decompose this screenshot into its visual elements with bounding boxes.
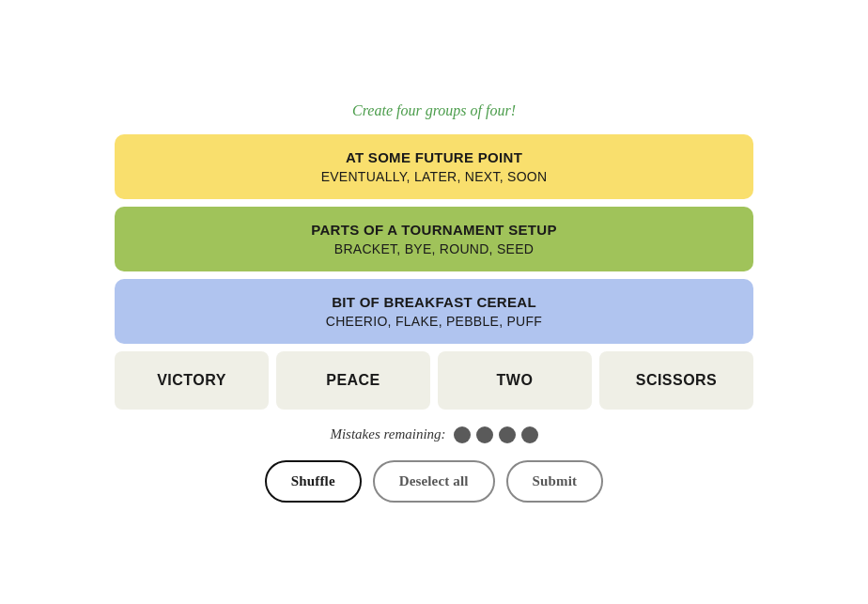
word-tile-two[interactable]: TWO	[438, 351, 592, 410]
word-grid: VICTORY PEACE TWO SCISSORS	[115, 351, 753, 410]
groups-container: AT SOME FUTURE POINT EVENTUALLY, LATER, …	[115, 134, 753, 344]
group-category-green: PARTS OF A TOURNAMENT SETUP	[133, 222, 735, 238]
mistakes-section: Mistakes remaining:	[330, 426, 537, 443]
mistake-dot-3	[499, 426, 516, 443]
submit-button[interactable]: Submit	[506, 460, 604, 503]
mistakes-label: Mistakes remaining:	[330, 426, 445, 442]
word-tile-victory[interactable]: VICTORY	[115, 351, 269, 410]
mistake-dot-2	[476, 426, 493, 443]
deselect-button[interactable]: Deselect all	[373, 460, 495, 503]
group-words-green: BRACKET, BYE, ROUND, SEED	[133, 241, 735, 256]
group-category-blue: BIT OF BREAKFAST CEREAL	[133, 294, 735, 310]
group-category-yellow: AT SOME FUTURE POINT	[133, 149, 735, 165]
actions-section: Shuffle Deselect all Submit	[265, 460, 603, 503]
game-container: Create four groups of four! AT SOME FUTU…	[115, 102, 753, 503]
word-tile-scissors[interactable]: SCISSORS	[599, 351, 753, 410]
mistake-dot-1	[454, 426, 471, 443]
shuffle-button[interactable]: Shuffle	[265, 460, 362, 503]
mistake-dot-4	[521, 426, 538, 443]
group-words-blue: CHEERIO, FLAKE, PEBBLE, PUFF	[133, 314, 735, 329]
mistakes-dots	[454, 426, 538, 443]
group-words-yellow: EVENTUALLY, LATER, NEXT, SOON	[133, 169, 735, 184]
group-card-yellow: AT SOME FUTURE POINT EVENTUALLY, LATER, …	[115, 134, 753, 199]
word-tile-peace[interactable]: PEACE	[276, 351, 430, 410]
subtitle: Create four groups of four!	[352, 102, 516, 119]
group-card-blue: BIT OF BREAKFAST CEREAL CHEERIO, FLAKE, …	[115, 279, 753, 344]
group-card-green: PARTS OF A TOURNAMENT SETUP BRACKET, BYE…	[115, 207, 753, 271]
